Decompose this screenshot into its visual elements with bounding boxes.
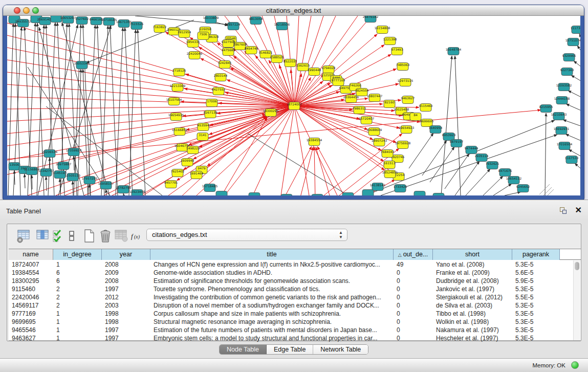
graph-node[interactable]: [342, 193, 354, 196]
column-header-short[interactable]: short: [433, 249, 512, 260]
graph-node[interactable]: 7485063: [396, 63, 410, 71]
graph-node[interactable]: 16648784: [446, 48, 462, 55]
graph-node[interactable]: 7506: [198, 32, 209, 40]
column-header-indegree[interactable]: in_degree: [53, 249, 102, 260]
graph-node[interactable]: [281, 194, 292, 196]
graph-node[interactable]: 7684047: [381, 150, 395, 158]
graph-node[interactable]: 7515526: [130, 22, 144, 30]
graph-node[interactable]: 8454749: [245, 47, 258, 54]
graph-node[interactable]: 82160: [384, 100, 395, 108]
graph-node[interactable]: 12505115: [65, 173, 81, 181]
graph-node[interactable]: 15166852: [172, 128, 188, 136]
graph-node[interactable]: 1609948: [181, 159, 194, 166]
graph-node[interactable]: 1588520: [270, 55, 284, 63]
graph-node[interactable]: 26876182: [363, 16, 379, 23]
graph-node[interactable]: 1691464: [190, 171, 204, 179]
tab-node-table[interactable]: Node Table: [220, 345, 267, 354]
graph-node[interactable]: 1117304: [571, 26, 580, 34]
graph-node[interactable]: 8427552: [212, 87, 226, 95]
graph-node[interactable]: 15751074: [565, 38, 580, 46]
graph-node[interactable]: 2718126: [172, 69, 186, 76]
graph-node[interactable]: 7625402: [171, 169, 185, 177]
column-header-title[interactable]: title: [150, 249, 394, 260]
graph-node[interactable]: 16210643: [551, 113, 567, 120]
graph-node[interactable]: 8471676: [498, 169, 512, 177]
table-row[interactable]: 969969511998Structural magnetic resonanc…: [9, 318, 581, 326]
graph-node[interactable]: 7932621: [486, 162, 499, 169]
graph-node[interactable]: 19218506: [274, 23, 290, 30]
graph-node[interactable]: 18300295: [263, 109, 279, 117]
graph-node[interactable]: 20364456: [343, 95, 359, 103]
graph-node[interactable]: 15692931: [554, 127, 570, 135]
graph-node[interactable]: 453594: [198, 123, 209, 131]
graph-node[interactable]: 15718485: [202, 184, 218, 192]
graph-node[interactable]: 10807447: [367, 94, 383, 102]
delete-table-icon[interactable]: [98, 228, 113, 244]
column-header-year[interactable]: year: [102, 249, 150, 260]
graph-node[interactable]: 8215955: [539, 105, 553, 113]
graph-node[interactable]: [312, 194, 323, 196]
graph-node[interactable]: 1733426: [394, 185, 407, 192]
graph-node[interactable]: 8267130: [204, 111, 217, 118]
graph-node[interactable]: 9463627: [401, 96, 415, 104]
graph-node[interactable]: 12444158: [554, 97, 570, 104]
graph-node[interactable]: 17359928: [66, 148, 82, 156]
table-scrollbar[interactable]: [573, 260, 580, 340]
graph-node[interactable]: 9457791: [164, 181, 178, 188]
row-height-icon[interactable]: [64, 228, 80, 244]
graph-node[interactable]: 18724007: [287, 102, 302, 110]
graph-node[interactable]: 9474444: [465, 146, 478, 154]
graph-node[interactable]: 3141: [197, 133, 208, 141]
table-row[interactable]: 946554611997Estimation of the future num…: [9, 326, 581, 334]
graph-node[interactable]: 16958107: [98, 182, 114, 189]
float-panel-icon[interactable]: [560, 207, 568, 214]
graph-node[interactable]: 30975887: [56, 162, 72, 170]
graph-node[interactable]: 16154808: [375, 26, 390, 34]
graph-node[interactable]: 12923448: [129, 190, 145, 196]
graph-node[interactable]: 24935572: [15, 19, 31, 27]
graph-node[interactable]: [433, 193, 444, 196]
function-builder-icon[interactable]: f(x): [129, 228, 144, 244]
table-row[interactable]: 911546021997Tourette syndrome. Phenomeno…: [9, 285, 581, 293]
tab-network-table[interactable]: Network Table: [313, 345, 368, 354]
table-row[interactable]: 2242004622012Investigating the contribut…: [9, 293, 581, 301]
graph-node[interactable]: 1221398: [383, 37, 397, 45]
close-panel-icon[interactable]: ✕: [575, 205, 582, 215]
graph-node[interactable]: 3475685: [222, 48, 235, 56]
table-row[interactable]: 1872400712008Changes of HCN gene express…: [9, 260, 581, 269]
table-row[interactable]: 977716911998Corpus callosum shape and si…: [9, 310, 581, 318]
graph-node[interactable]: 12342757: [38, 169, 54, 177]
graph-node[interactable]: 9777169: [332, 78, 345, 86]
graph-node[interactable]: 17006: [206, 99, 217, 107]
graph-node[interactable]: 10654112: [506, 177, 522, 184]
graph-node[interactable]: 1854336: [186, 40, 200, 48]
table-disabled-icon[interactable]: [114, 228, 129, 244]
graph-node[interactable]: 17016504: [557, 142, 573, 150]
graph-node[interactable]: 161513: [384, 161, 396, 169]
table-select-combo[interactable]: citations_edges.txt ▲▼: [146, 229, 347, 241]
table-row[interactable]: 1938455462009Genome-wide association stu…: [9, 269, 581, 277]
graph-node[interactable]: 7163822: [153, 25, 167, 33]
graph-node[interactable]: 10653267: [60, 16, 76, 24]
graph-node[interactable]: 22420046: [187, 52, 203, 59]
table-settings-icon[interactable]: [16, 228, 32, 244]
graph-node[interactable]: 9245652: [516, 185, 530, 192]
graph-node[interactable]: 7857224: [227, 23, 241, 30]
graph-node[interactable]: 18524851: [382, 170, 398, 178]
graph-node[interactable]: 3912954: [178, 30, 191, 38]
graph-node[interactable]: 17957255: [82, 177, 98, 184]
graph-node[interactable]: [414, 191, 425, 196]
window-titlebar[interactable]: citations_edges.txt: [3, 5, 584, 16]
scrollbar-thumb[interactable]: [575, 262, 579, 270]
graph-node[interactable]: [216, 191, 227, 196]
graph-node[interactable]: 1527602: [75, 17, 89, 25]
graph-node[interactable]: 973493: [391, 48, 403, 55]
new-document-icon[interactable]: [81, 228, 97, 244]
graph-node[interactable]: 16033809: [203, 16, 219, 24]
graph-node[interactable]: 12093582: [556, 83, 572, 91]
graph-node[interactable]: 2935114: [475, 154, 489, 162]
table-row[interactable]: 1456911722003Disruption of a novel membe…: [9, 301, 581, 310]
column-header-name[interactable]: name: [9, 249, 53, 260]
graph-node[interactable]: 19756928: [395, 141, 411, 149]
graph-node[interactable]: 20206536: [42, 150, 58, 158]
